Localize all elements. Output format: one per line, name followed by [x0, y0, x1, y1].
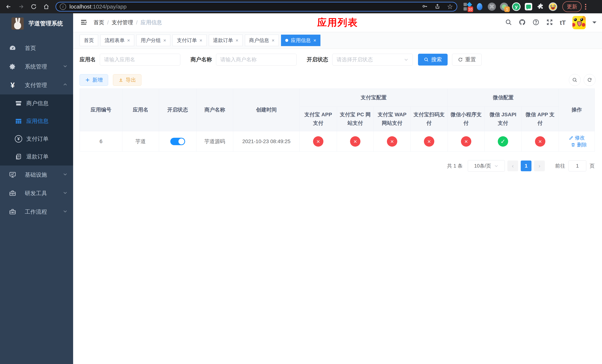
page-info-icon[interactable]: i: [60, 3, 66, 10]
tab-home[interactable]: 首页: [80, 35, 98, 46]
app-logo-row[interactable]: 芋道管理系统: [0, 13, 73, 34]
sidebar-item-dev-tools[interactable]: 研发工具: [0, 184, 73, 203]
command-extension-icon[interactable]: ⌘: [488, 2, 496, 11]
edit-button[interactable]: 修改: [569, 134, 585, 141]
search-button[interactable]: 搜索: [418, 54, 448, 65]
channel-status-icon: ×: [387, 136, 397, 147]
url-bar[interactable]: i localhost:1024/pay/app ☆: [55, 2, 457, 11]
close-icon[interactable]: ×: [163, 38, 166, 43]
user-avatar[interactable]: [572, 16, 586, 29]
search-icon[interactable]: [505, 19, 512, 26]
app-window: 芋道管理系统 首页 系统管理 ¥ 支付管理: [0, 13, 602, 364]
share-icon[interactable]: [434, 3, 441, 10]
sidebar-collapse-icon[interactable]: [80, 18, 87, 27]
table-grid-icon: [14, 117, 22, 125]
active-dot-icon: [285, 39, 288, 42]
col-alipay-qr: 支付宝扫码支付: [411, 107, 448, 131]
recorder-extension-icon[interactable]: 1: [500, 2, 508, 11]
sidebar-item-label: 首页: [25, 44, 36, 52]
home-icon[interactable]: [42, 3, 50, 11]
help-icon[interactable]: [532, 19, 539, 26]
export-button[interactable]: 导出: [113, 74, 141, 86]
tab-refund-order[interactable]: 退款订单×: [209, 35, 243, 46]
chrome-update-button[interactable]: 更新: [562, 1, 582, 12]
col-wechat-mini: 微信小程序支付: [448, 107, 485, 131]
sidebar-item-app-info[interactable]: 应用信息: [0, 112, 73, 130]
sidebar-item-label: 支付管理: [25, 81, 47, 89]
avatar-dropdown-caret-icon[interactable]: [592, 21, 596, 26]
balloon-extension-icon[interactable]: [475, 2, 484, 11]
status-select[interactable]: 请选择开启状态: [332, 54, 413, 65]
close-icon[interactable]: ×: [127, 38, 130, 43]
col-operations: 操作: [559, 89, 595, 131]
reload-icon[interactable]: [30, 3, 38, 11]
close-icon[interactable]: ×: [272, 38, 275, 43]
prev-page-button[interactable]: ‹: [507, 161, 518, 171]
sidebar-item-home[interactable]: 首页: [0, 39, 73, 57]
toggle-search-button[interactable]: [569, 74, 581, 86]
filter-label-app-name: 应用名: [80, 56, 96, 63]
group-wechat-config: 微信配置: [448, 89, 559, 107]
plus-icon: [85, 77, 90, 83]
reset-button[interactable]: 重置: [452, 54, 482, 65]
sidebar-item-pay-order[interactable]: ¥ 支付订单: [0, 130, 73, 148]
sidebar-item-refund-order[interactable]: 退款订单: [0, 148, 73, 166]
page-1-button[interactable]: 1: [521, 161, 531, 171]
add-button[interactable]: 新增: [80, 74, 108, 86]
password-key-icon[interactable]: [422, 3, 428, 10]
back-icon[interactable]: [4, 3, 13, 11]
refresh-icon: [458, 57, 463, 62]
search-icon: [572, 77, 578, 83]
sidebar-item-infrastructure[interactable]: 基础设施: [0, 166, 73, 184]
breadcrumb-home[interactable]: 首页: [94, 19, 104, 26]
next-page-button[interactable]: ›: [534, 161, 545, 171]
sidebar-item-system[interactable]: 系统管理: [0, 57, 73, 76]
delete-button[interactable]: 删除: [571, 141, 587, 148]
tab-merchant-info[interactable]: 商户信息×: [245, 35, 279, 46]
forward-icon[interactable]: [17, 3, 25, 11]
extensions-puzzle-icon[interactable]: [537, 2, 545, 11]
cell-alipay-pc: ×: [337, 131, 374, 152]
tab-process-form[interactable]: 流程表单×: [100, 35, 134, 46]
yen-icon: ¥: [9, 81, 17, 89]
breadcrumb-payment[interactable]: 支付管理: [112, 19, 133, 26]
chevron-down-icon: [494, 164, 498, 168]
close-icon[interactable]: ×: [313, 38, 316, 43]
sidebar-item-merchant-info[interactable]: 商户信息: [0, 95, 73, 112]
merchant-name-input[interactable]: [216, 54, 297, 65]
filter-bar: 应用名 商户名称 开启状态 请选择开启状态 搜索: [80, 54, 595, 65]
col-alipay-app: 支付宝 APP 支付: [300, 107, 337, 131]
sidebar-item-payment[interactable]: ¥ 支付管理: [0, 76, 73, 95]
col-status: 开启状态: [159, 89, 196, 131]
browser-menu-icon[interactable]: [585, 4, 586, 10]
rabbit-logo: [11, 17, 24, 30]
tab-app-info[interactable]: 应用信息×: [281, 35, 321, 46]
fullscreen-icon[interactable]: [546, 19, 553, 26]
sidebar-item-workflow[interactable]: 工作流程: [0, 203, 73, 221]
tab-pay-order[interactable]: 支付订单×: [172, 35, 206, 46]
chevron-down-icon: [63, 190, 68, 196]
github-icon[interactable]: [519, 19, 526, 26]
app-name-input[interactable]: [100, 54, 180, 65]
goto-page-input[interactable]: [569, 160, 586, 171]
col-app-name: 应用名: [122, 89, 159, 131]
close-icon[interactable]: ×: [236, 38, 238, 43]
chevron-down-icon: [63, 209, 68, 215]
col-created: 创建时间: [233, 89, 300, 131]
chat-extension-icon[interactable]: [524, 2, 533, 11]
page-size-select[interactable]: 10条/页: [468, 160, 505, 172]
bookmark-star-icon[interactable]: ☆: [447, 3, 453, 10]
cell-app-id: 6: [80, 131, 122, 152]
font-size-icon[interactable]: tT: [560, 19, 566, 26]
refresh-table-button[interactable]: [584, 74, 595, 86]
tab-user-group[interactable]: 用户分组×: [136, 35, 170, 46]
y-extension-icon[interactable]: y: [512, 2, 521, 11]
col-app-id: 应用编号: [80, 89, 122, 131]
status-toggle[interactable]: [170, 138, 185, 145]
sketch-extension-icon[interactable]: 10: [463, 2, 472, 11]
cell-app-name: 芋道: [122, 131, 159, 152]
close-icon[interactable]: ×: [199, 38, 202, 43]
url-text: localhost:1024/pay/app: [69, 3, 127, 10]
emoji-avatar-extension-icon[interactable]: [549, 2, 557, 11]
goto-label: 前往: [555, 162, 565, 169]
